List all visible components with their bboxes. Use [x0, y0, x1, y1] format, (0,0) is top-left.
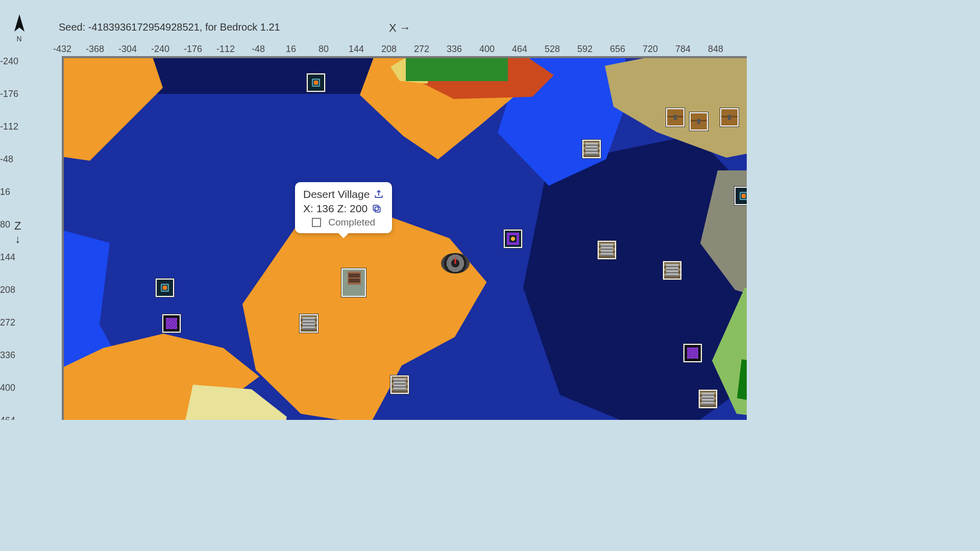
x-tick: -112 — [216, 44, 235, 55]
world-spawn-marker[interactable] — [441, 253, 470, 273]
x-tick: 720 — [643, 44, 658, 55]
x-tick: -368 — [86, 44, 104, 55]
x-tick: 464 — [512, 44, 527, 55]
mineshaft-marker[interactable] — [582, 140, 601, 158]
x-tick: 656 — [610, 44, 625, 55]
svg-rect-2 — [373, 205, 378, 210]
biome-forest — [406, 56, 508, 81]
copy-icon[interactable] — [372, 204, 382, 214]
svg-rect-1 — [375, 207, 380, 212]
x-tick: 528 — [545, 44, 560, 55]
completed-checkbox[interactable] — [312, 218, 321, 227]
x-tick: 208 — [381, 44, 397, 55]
desert-village-marker[interactable] — [341, 268, 366, 297]
tooltip-coords: X: 136 Z: 200 — [303, 203, 368, 215]
x-tick: 336 — [447, 44, 462, 55]
mineshaft-marker[interactable] — [390, 375, 409, 394]
marker-tooltip: Desert Village X: 136 Z: 200 Completed — [295, 182, 392, 233]
x-tick: 144 — [349, 44, 364, 55]
x-tick: 592 — [577, 44, 593, 55]
x-axis-ticks: -432-368-304-240-176-112-481680144208272… — [0, 44, 747, 55]
trial-chamber-marker[interactable] — [307, 73, 325, 92]
buried-treasure-marker[interactable] — [666, 108, 684, 127]
trial-chamber-marker[interactable] — [156, 279, 174, 297]
x-tick: 848 — [708, 44, 723, 55]
mineshaft-marker[interactable] — [300, 314, 318, 333]
x-tick: 16 — [286, 44, 296, 55]
biome-desert-center — [242, 216, 508, 420]
mineshaft-marker[interactable] — [598, 241, 616, 259]
x-tick: 80 — [318, 44, 329, 55]
trial-spawner-marker[interactable] — [504, 230, 522, 248]
completed-label: Completed — [328, 217, 375, 228]
x-tick: -48 — [252, 44, 265, 55]
x-tick: -176 — [184, 44, 202, 55]
mineshaft-marker[interactable] — [699, 390, 717, 408]
x-axis-label: X → — [389, 21, 411, 35]
share-icon[interactable] — [374, 189, 384, 199]
mineshaft-marker[interactable] — [663, 261, 681, 280]
buried-treasure-marker[interactable] — [690, 112, 708, 131]
x-tick: 400 — [479, 44, 495, 55]
x-tick: -304 — [118, 44, 137, 55]
z-axis-ticks: -240-176-112-481680144208272336400464 — [0, 0, 61, 420]
x-tick: 272 — [414, 44, 429, 55]
trial-chamber-marker[interactable] — [734, 187, 747, 205]
biome-map[interactable] — [62, 56, 747, 420]
x-tick: 784 — [675, 44, 691, 55]
buried-treasure-marker[interactable] — [720, 108, 739, 127]
x-tick: -240 — [151, 44, 169, 55]
ruined-portal-marker[interactable] — [683, 344, 702, 362]
seed-label: Seed: -4183936172954928521, for Bedrock … — [59, 21, 280, 33]
ruined-portal-marker[interactable] — [162, 314, 181, 333]
tooltip-title: Desert Village — [303, 188, 370, 201]
